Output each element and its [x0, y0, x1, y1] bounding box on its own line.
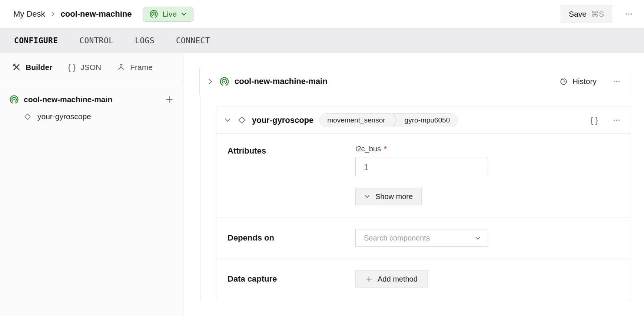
- tree-indent-guide: [200, 97, 200, 302]
- component-json-button[interactable]: { }: [590, 115, 598, 125]
- add-method-button[interactable]: Add method: [355, 270, 428, 288]
- tab-logs[interactable]: LOGS: [135, 36, 155, 45]
- mode-frame[interactable]: Frame: [117, 63, 153, 72]
- mode-builder-label: Builder: [26, 63, 52, 72]
- data-capture-section: Data capture Add method: [216, 259, 631, 300]
- machine-part-title: cool-new-machine-main: [235, 77, 328, 86]
- mode-frame-label: Frame: [130, 63, 153, 72]
- ellipsis-icon: [612, 116, 621, 125]
- show-more-label: Show more: [375, 192, 413, 201]
- config-mode-switcher: Builder { } JSON Frame: [0, 53, 183, 81]
- required-marker: *: [384, 145, 387, 153]
- attributes-section-label: Attributes: [228, 146, 266, 155]
- ellipsis-icon: [612, 77, 621, 86]
- live-status-dropdown[interactable]: Live: [143, 7, 193, 22]
- chevron-right-icon: [50, 11, 56, 17]
- component-diamond-icon: [237, 115, 246, 125]
- add-method-label: Add method: [378, 275, 418, 283]
- depends-on-search-select[interactable]: Search components: [355, 229, 488, 247]
- component-overflow-menu-button[interactable]: [612, 116, 621, 125]
- live-badge-label: Live: [162, 10, 177, 19]
- tree-item-machine-part-label: cool-new-machine-main: [24, 95, 112, 104]
- history-button[interactable]: History: [560, 77, 597, 86]
- data-capture-section-label: Data capture: [228, 274, 277, 283]
- plus-icon: [365, 276, 372, 283]
- depends-on-section: Depends on Search components: [216, 218, 631, 259]
- add-component-button[interactable]: [165, 95, 174, 104]
- tree-item-gyroscope[interactable]: your-gyroscope: [23, 108, 174, 125]
- i2c-bus-field-label: i2c_bus: [355, 145, 381, 153]
- frame-axes-icon: [117, 63, 125, 71]
- component-tree: cool-new-machine-main your-gyroscope: [0, 81, 183, 125]
- tab-configure[interactable]: CONFIGURE: [14, 36, 58, 45]
- badge-divider-chevron: [393, 114, 397, 127]
- collapse-component-chevron[interactable]: [225, 117, 231, 123]
- history-button-label: History: [572, 77, 597, 86]
- machine-tab-bar: CONFIGURE CONTROL LOGS CONNECT: [0, 28, 644, 53]
- depends-on-placeholder: Search components: [364, 234, 430, 242]
- tab-connect[interactable]: CONNECT: [176, 36, 210, 45]
- plus-icon: [165, 95, 174, 104]
- mode-builder[interactable]: Builder: [12, 63, 52, 72]
- component-type-model-badge: movement_sensor gyro-mpu6050: [319, 113, 458, 127]
- gyroscope-component-card: your-gyroscope movement_sensor gyro-mpu6…: [216, 107, 631, 300]
- viam-machine-page: My Desk cool-new-machine Live Save ⌘S: [0, 0, 644, 316]
- history-clock-icon: [560, 77, 568, 86]
- component-card-header: your-gyroscope movement_sensor gyro-mpu6…: [216, 107, 631, 134]
- component-diamond-icon: [23, 112, 32, 121]
- breadcrumb: My Desk cool-new-machine: [13, 9, 132, 19]
- depends-on-section-label: Depends on: [228, 233, 274, 242]
- ellipsis-icon: [624, 9, 634, 19]
- chevron-down-icon: [475, 235, 481, 241]
- part-overflow-menu-button[interactable]: [612, 77, 621, 86]
- mode-json-label: JSON: [80, 63, 101, 72]
- config-sidebar: Builder { } JSON Frame: [0, 53, 183, 316]
- tree-item-gyroscope-label: your-gyroscope: [37, 112, 91, 121]
- json-braces-icon: { }: [68, 63, 76, 72]
- mode-json[interactable]: { } JSON: [68, 63, 101, 72]
- breadcrumb-parent-link[interactable]: My Desk: [13, 9, 45, 19]
- chevron-down-icon: [181, 11, 187, 17]
- component-title: your-gyroscope: [252, 115, 313, 125]
- save-shortcut-hint: ⌘S: [591, 10, 604, 19]
- header-overflow-menu-button[interactable]: [624, 9, 634, 19]
- broadcast-icon: [9, 95, 19, 104]
- tab-control[interactable]: CONTROL: [79, 36, 113, 45]
- chevron-down-icon: [364, 194, 370, 199]
- header-bar: My Desk cool-new-machine Live Save ⌘S: [0, 0, 644, 28]
- attributes-section: Attributes i2c_bus *: [216, 134, 631, 218]
- machine-part-card: cool-new-machine-main History: [199, 68, 631, 95]
- page-body: Builder { } JSON Frame: [0, 53, 644, 316]
- broadcast-icon: [219, 77, 229, 87]
- machine-name-title: cool-new-machine: [61, 9, 132, 19]
- component-model-badge: gyro-mpu6050: [397, 114, 458, 127]
- config-canvas: cool-new-machine-main History: [183, 53, 644, 316]
- save-button-label: Save: [569, 10, 587, 19]
- component-type-badge: movement_sensor: [320, 114, 392, 127]
- save-button[interactable]: Save ⌘S: [561, 5, 612, 23]
- expand-part-chevron[interactable]: [207, 78, 213, 85]
- tools-icon: [12, 63, 21, 71]
- tree-item-machine-part[interactable]: cool-new-machine-main: [9, 91, 174, 108]
- show-more-button[interactable]: Show more: [355, 188, 422, 205]
- i2c-bus-input[interactable]: [355, 158, 488, 176]
- broadcast-icon: [149, 10, 158, 19]
